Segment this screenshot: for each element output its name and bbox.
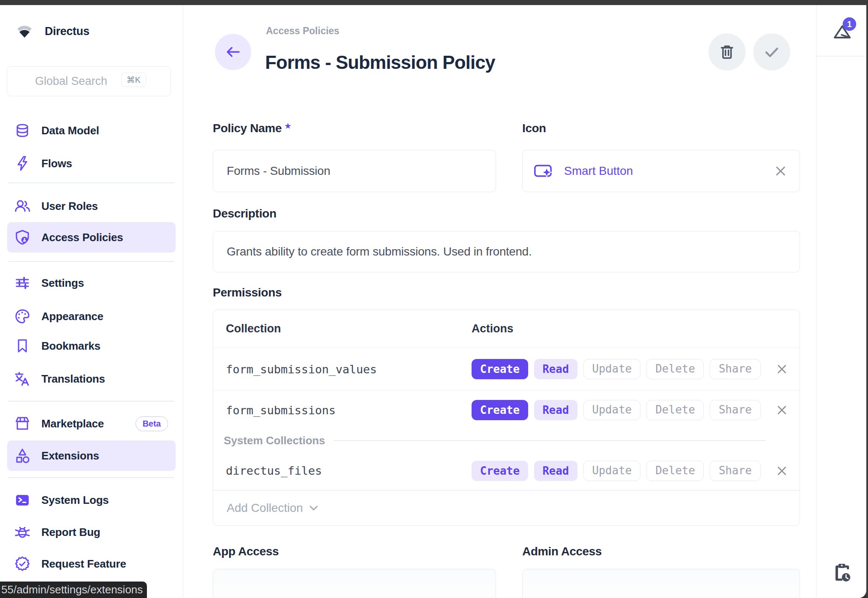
description-label: Description <box>213 207 277 220</box>
action-chip-delete[interactable]: Delete <box>646 359 704 379</box>
sidebar-item-access-policies[interactable]: Access Policies <box>7 222 176 253</box>
window-right-edge <box>866 0 868 598</box>
back-button[interactable] <box>215 34 251 70</box>
close-x-icon <box>776 465 788 477</box>
palette-icon <box>14 308 31 325</box>
trash-icon <box>719 43 735 60</box>
storefront-icon <box>14 415 31 432</box>
search-shortcut-badge: ⌘K <box>121 73 146 87</box>
delete-button[interactable] <box>708 33 746 71</box>
sidebar-divider <box>8 477 174 478</box>
action-chip-read[interactable]: Read <box>534 461 578 481</box>
system-collections-label: System Collections <box>224 434 325 447</box>
clear-icon-button[interactable] <box>774 165 787 177</box>
policy-name-input[interactable]: Forms - Submission <box>213 150 496 192</box>
permission-row: form_submissions Create Read Update Dele… <box>213 391 800 429</box>
checkmark-icon <box>762 43 781 60</box>
sidebar-item-bookmarks[interactable]: Bookmarks <box>7 331 176 361</box>
policy-name-label: Policy Name★ <box>213 122 291 135</box>
sidebar-item-data-model[interactable]: Data Model <box>7 115 176 146</box>
module-sidebar: Directus Global Search ⌘K Data Model Flo… <box>0 5 183 598</box>
permissions-header: Collection Actions <box>213 310 800 348</box>
app-access-label: App Access <box>213 545 279 558</box>
permissions-label: Permissions <box>213 286 282 299</box>
icon-value-text: Smart Button <box>564 164 633 178</box>
sidebar-divider <box>8 401 174 402</box>
shapes-icon <box>14 447 31 464</box>
collection-column-header: Collection <box>226 322 281 335</box>
sidebar-item-translations[interactable]: Translations <box>7 364 176 394</box>
close-x-icon <box>776 404 788 416</box>
action-chip-share[interactable]: Share <box>710 461 760 481</box>
bolt-icon <box>14 155 31 172</box>
shield-user-icon <box>14 229 31 246</box>
remove-row-button[interactable] <box>776 404 788 416</box>
sidebar-divider <box>8 182 174 183</box>
save-button[interactable] <box>753 33 790 71</box>
global-search-input[interactable]: Global Search ⌘K <box>7 66 171 96</box>
sidebar-item-user-roles[interactable]: User Roles <box>7 191 176 221</box>
sidebar-item-extensions[interactable]: Extensions <box>7 440 176 471</box>
bookmark-icon <box>14 337 31 354</box>
status-url: 55/admin/settings/extensions <box>1 583 143 596</box>
clipboard-clock-icon <box>833 562 852 583</box>
system-collections-divider <box>334 440 766 441</box>
description-input[interactable]: Grants ability to create form submission… <box>213 231 800 272</box>
sidebar-item-report-bug[interactable]: Report Bug <box>7 517 176 547</box>
revisions-button[interactable] <box>833 562 852 585</box>
translate-icon <box>14 370 31 387</box>
action-chip-create[interactable]: Create <box>472 400 528 420</box>
sidebar-item-flows[interactable]: Flows <box>7 148 176 179</box>
add-collection-button[interactable]: Add Collection <box>213 490 800 525</box>
sidebar-item-request-feature[interactable]: Request Feature <box>7 549 176 579</box>
permissions-table: Collection Actions form_submission_value… <box>213 310 800 526</box>
breadcrumb[interactable]: Access Policies <box>266 25 339 37</box>
admin-access-box: Enabled <box>522 569 800 598</box>
icon-label: Icon <box>522 122 546 135</box>
collection-name: directus_files <box>226 464 322 477</box>
seal-check-icon <box>14 555 31 572</box>
page-title: Forms - Submission Policy <box>265 52 495 73</box>
sidebar-item-system-logs[interactable]: System Logs <box>7 485 176 515</box>
app-access-box: Enabled <box>213 569 496 598</box>
close-x-icon <box>776 363 788 375</box>
beta-badge: Beta <box>136 416 168 431</box>
right-sidebar-divider <box>816 56 867 57</box>
action-chip-read[interactable]: Read <box>534 359 578 379</box>
sidebar-item-appearance[interactable]: Appearance <box>7 301 176 332</box>
action-chip-update[interactable]: Update <box>583 461 641 481</box>
users-icon <box>14 198 31 215</box>
terminal-icon <box>14 492 31 508</box>
action-chip-update[interactable]: Update <box>583 400 641 420</box>
notification-count-badge: 1 <box>843 17 856 31</box>
brand-name: Directus <box>45 25 90 38</box>
action-chip-create[interactable]: Create <box>472 359 528 379</box>
remove-row-button[interactable] <box>776 465 788 477</box>
add-collection-label: Add Collection <box>227 501 303 515</box>
sidebar-item-settings[interactable]: Settings <box>7 268 176 298</box>
database-icon <box>14 122 31 139</box>
action-chip-create[interactable]: Create <box>472 461 528 481</box>
collection-name: form_submissions <box>226 404 336 417</box>
admin-access-label: Admin Access <box>522 545 602 558</box>
action-chip-delete[interactable]: Delete <box>646 400 704 420</box>
actions-column-header: Actions <box>472 322 513 335</box>
right-sidebar: 1 <box>816 5 866 598</box>
permission-row: directus_files Create Read Update Delete… <box>213 451 800 490</box>
action-chip-update[interactable]: Update <box>583 359 641 379</box>
action-chip-share[interactable]: Share <box>710 400 760 420</box>
action-chip-share[interactable]: Share <box>710 359 760 379</box>
search-placeholder: Global Search <box>35 75 107 88</box>
close-x-icon <box>774 165 787 177</box>
icon-input[interactable]: Smart Button <box>522 150 800 192</box>
action-chip-delete[interactable]: Delete <box>646 461 704 481</box>
bug-icon <box>14 524 31 541</box>
chevron-down-icon <box>309 505 318 511</box>
remove-row-button[interactable] <box>776 363 788 375</box>
sidebar-item-marketplace[interactable]: Marketplace Beta <box>7 408 176 439</box>
policy-name-value: Forms - Submission <box>227 164 330 178</box>
smart-button-icon <box>534 163 553 179</box>
action-chip-read[interactable]: Read <box>534 400 578 420</box>
brand: Directus <box>15 22 90 40</box>
directus-logo-icon <box>15 22 34 40</box>
